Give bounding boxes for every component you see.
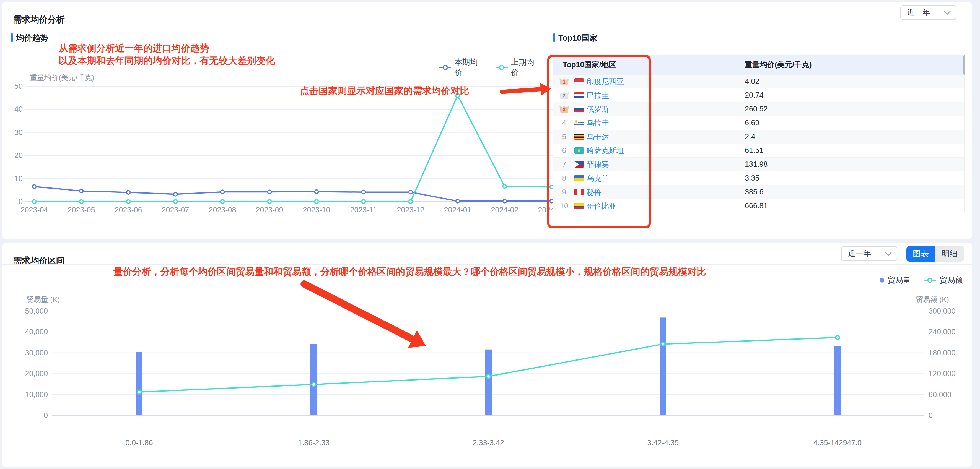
volume-price-annotation: 量价分析，分析每个均价区间贸易量和和贸易额，分析哪个价格区间的贸易规模最大？哪个… [113,266,706,278]
country-link[interactable]: 哥伦比亚 [587,201,616,211]
svg-text:40: 40 [14,105,23,113]
price-range-chart: 0010,00060,00020,000120,00030,000180,000… [2,304,972,459]
header-divider [2,264,972,265]
range-time-select[interactable]: 近一年 [841,246,897,261]
right-axis-unit: 贸易额 (K) [916,295,949,304]
svg-text:240,000: 240,000 [929,328,956,336]
svg-text:40,000: 40,000 [25,328,48,336]
country-flag-icon [574,161,584,168]
table-row[interactable]: 10 哥伦比亚 666.81 [554,199,964,213]
legend-item-current-period[interactable]: 本期均价 [439,57,483,78]
svg-text:20,000: 20,000 [25,369,48,378]
country-link[interactable]: 乌克兰 [587,173,609,183]
crown-rank-icon: 1 [560,78,569,85]
svg-text:30,000: 30,000 [25,349,48,357]
price-cell: 3.35 [741,172,964,185]
top10-table-header: Top10国家/地区 重量均价(美元/千克) [554,55,964,75]
rank-badge: 10 [555,202,573,210]
tab-chart-view[interactable]: 图表 [907,246,935,262]
header-country-column: Top10国家/地区 [554,55,741,75]
price-cell: 666.81 [741,199,964,213]
crown-rank-icon: 2 [560,92,569,99]
range-time-value: 近一年 [848,248,871,259]
table-row[interactable]: 5 乌干达 2.4 [554,130,964,144]
chevron-down-icon [885,249,891,256]
svg-text:10: 10 [14,175,23,183]
crown-rank-icon: 3 [560,105,569,113]
legend-item-trade-value[interactable]: 贸易额 [924,275,963,285]
rank-badge: 2 [555,92,573,99]
svg-text:10,000: 10,000 [25,391,48,399]
svg-text:2023-08: 2023-08 [208,206,236,214]
rank-badge: 4 [555,119,573,127]
table-row[interactable]: 7 菲律宾 131.98 [554,157,964,172]
svg-text:0: 0 [44,411,48,420]
tab-detail-view[interactable]: 明细 [935,246,964,262]
svg-text:2.33-3.42: 2.33-3.42 [473,439,504,447]
country-link[interactable]: 菲律宾 [587,159,609,170]
price-cell: 20.74 [741,89,964,102]
top10-section-title: Top10国家 [558,33,597,44]
svg-text:1.86-2.33: 1.86-2.33 [298,439,329,447]
svg-text:20: 20 [14,151,23,159]
svg-text:60,000: 60,000 [929,391,951,399]
accent-bar [554,33,555,42]
svg-text:2023-10: 2023-10 [303,206,330,214]
svg-text:2023-04: 2023-04 [21,206,48,214]
country-link[interactable]: 哈萨克斯坦 [587,146,624,156]
table-scrollbar-track [964,55,965,212]
svg-text:2023-12: 2023-12 [397,206,424,214]
line-marker-icon [496,67,508,68]
country-flag-icon [574,175,584,181]
country-flag-icon [574,189,584,195]
country-flag-icon [574,106,584,112]
table-row[interactable]: 2 巴拉圭 20.74 [554,89,964,102]
svg-text:2023-07: 2023-07 [162,206,189,214]
svg-text:3.42-4.35: 3.42-4.35 [647,439,679,447]
country-flag-icon [574,78,584,84]
table-scrollbar-thumb[interactable] [963,55,965,75]
country-link[interactable]: 乌拉圭 [587,118,609,128]
demand-price-range-card: 需求均价区间 近一年 图表 明细 量价分析，分析每个均价区间贸易量和和贸易额，分… [2,243,972,467]
trend-legend: 本期均价 上期均价 [439,57,539,78]
price-cell: 61.51 [741,144,964,157]
table-row[interactable]: 1 印度尼西亚 4.02 [554,75,964,89]
rank-badge: 9 [555,188,573,196]
price-cell: 131.98 [741,157,964,171]
svg-text:0.0-1.86: 0.0-1.86 [125,439,153,447]
time-range-value: 近一年 [907,7,930,18]
svg-text:2024-02: 2024-02 [491,206,518,214]
svg-text:4.35-142947.0: 4.35-142947.0 [813,439,862,447]
country-link[interactable]: 俄罗斯 [587,104,609,114]
svg-text:2023-06: 2023-06 [115,206,142,214]
svg-text:0: 0 [929,411,933,420]
country-link[interactable]: 乌干达 [587,132,609,142]
table-row[interactable]: 8 乌克兰 3.35 [554,172,964,185]
avg-price-trend-chart: 010203040502023-042023-052023-062023-072… [2,80,561,218]
table-row[interactable]: 4 乌拉圭 6.69 [554,116,964,130]
demand-price-dashboard: 需求均价分析 近一年 均价趋势 从需求侧分析近一年的进口均价趋势 以及本期和去年… [0,0,980,469]
rank-badge: 1 [555,78,573,85]
svg-text:50: 50 [14,82,23,91]
svg-text:2023-09: 2023-09 [256,206,283,214]
price-cell: 6.69 [741,116,964,130]
header-divider [2,27,972,27]
trend-section-title: 均价趋势 [16,33,48,44]
country-link[interactable]: 秘鲁 [587,187,601,197]
country-link[interactable]: 印度尼西亚 [587,76,624,87]
legend-item-previous-period[interactable]: 上期均价 [496,57,539,78]
svg-text:0: 0 [19,197,23,206]
top10-table-body: 1 印度尼西亚 4.02 2 巴拉圭 20.74 3 俄罗斯 260.52 4 … [554,75,964,213]
price-cell: 2.4 [741,130,964,143]
table-row[interactable]: 9 秘鲁 385.6 [554,185,964,199]
country-flag-icon [574,134,584,140]
rank-badge: 5 [555,132,573,141]
country-link[interactable]: 巴拉圭 [587,91,609,100]
legend-item-trade-volume[interactable]: 贸易量 [880,275,911,285]
time-range-select[interactable]: 近一年 [900,5,956,20]
svg-text:300,000: 300,000 [929,307,956,315]
country-flag-icon [574,147,584,154]
svg-text:180,000: 180,000 [929,349,956,357]
table-row[interactable]: 6 哈萨克斯坦 61.51 [554,144,964,157]
table-row[interactable]: 3 俄罗斯 260.52 [554,102,964,116]
